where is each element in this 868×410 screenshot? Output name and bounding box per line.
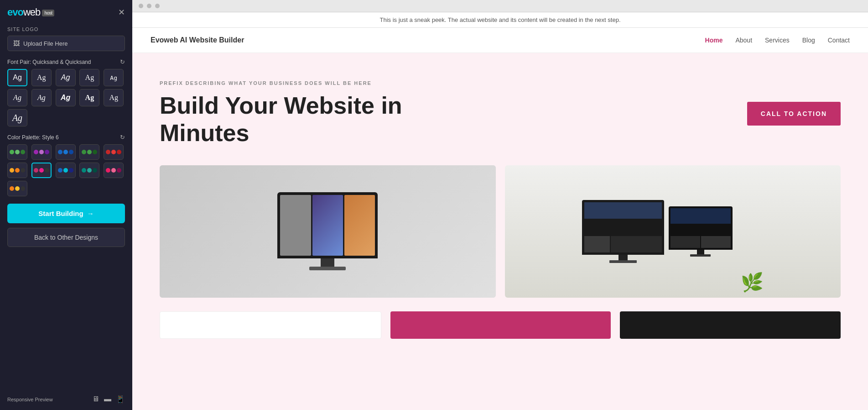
sidebar: evowebhost ✕ Site Logo 🖼 Upload File Her…	[0, 0, 132, 410]
palette-1[interactable]	[7, 144, 27, 160]
sneak-peek-text: This is just a sneak peek. The actual we…	[380, 16, 621, 23]
font-swatch-4[interactable]: Ag	[79, 69, 99, 86]
palette-6[interactable]	[7, 163, 27, 178]
sneak-peek-bar: This is just a sneak peek. The actual we…	[132, 12, 868, 28]
browser-dot-1	[139, 4, 143, 8]
refresh-font-icon[interactable]: ↻	[120, 58, 125, 65]
site-logo-label: Site Logo	[7, 26, 125, 32]
font-swatch-11[interactable]: Ag	[7, 109, 27, 126]
responsive-icons: 🖥 ▬ 📱	[92, 395, 125, 404]
logo: evowebhost	[7, 6, 54, 18]
website-preview: Evoweb AI Website Builder Home About Ser…	[132, 28, 868, 410]
browser-dot-2	[147, 4, 151, 8]
preview-nav-links: Home About Services Blog Contact	[705, 37, 850, 44]
preview-logo: Evoweb AI Website Builder	[151, 36, 244, 44]
nav-link-contact[interactable]: Contact	[828, 37, 850, 44]
responsive-preview-label: Responsive Preview	[7, 397, 53, 402]
desk-scene: 🌿	[505, 165, 841, 298]
font-swatch-5[interactable]: Ag	[104, 69, 124, 86]
palette-8[interactable]	[56, 163, 76, 178]
font-swatch-3[interactable]: Ag	[56, 69, 76, 86]
upload-area[interactable]: 🖼 Upload File Here	[7, 36, 125, 51]
font-swatch-7[interactable]: Ag	[31, 89, 52, 106]
palette-4[interactable]	[79, 144, 99, 160]
palette-7[interactable]	[31, 163, 52, 178]
font-swatch-6[interactable]: Ag	[7, 89, 27, 106]
palette-5[interactable]	[104, 144, 124, 160]
font-swatch-1[interactable]: Ag	[7, 69, 27, 86]
palette-11[interactable]	[7, 181, 27, 196]
bottom-box-white	[160, 311, 381, 339]
start-building-button[interactable]: Start Building →	[7, 204, 125, 223]
mobile-icon[interactable]: 📱	[116, 395, 125, 404]
logo-evo: evo	[7, 6, 23, 18]
palette-grid	[7, 144, 125, 196]
preview-image-2: 🌿	[505, 165, 841, 298]
font-pair-row: Font Pair: Quicksand & Quicksand ↻	[7, 58, 125, 65]
preview-images: 🌿	[132, 165, 868, 311]
main-preview: This is just a sneak peek. The actual we…	[132, 0, 868, 410]
bottom-box-pink	[390, 311, 611, 339]
responsive-preview-row: Responsive Preview 🖥 ▬ 📱	[7, 389, 125, 404]
nav-link-home[interactable]: Home	[705, 37, 723, 44]
font-swatches-grid: Ag Ag Ag Ag Ag Ag Ag Ag Ag Ag Ag	[7, 69, 125, 126]
browser-bar	[132, 0, 868, 12]
start-building-arrow: →	[87, 210, 94, 217]
palette-10[interactable]	[104, 163, 124, 178]
back-designs-button[interactable]: Back to Other Designs	[7, 228, 125, 247]
font-pair-label: Font Pair: Quicksand & Quicksand	[7, 59, 91, 65]
logo-badge: host	[42, 10, 54, 16]
refresh-palette-icon[interactable]: ↻	[120, 134, 125, 141]
hero-prefix: PREFIX DESCRIBING WHAT YOUR BUSINESS DOE…	[160, 80, 433, 86]
nav-link-about[interactable]: About	[735, 37, 752, 44]
palette-9[interactable]	[79, 163, 99, 178]
logo-web: web	[23, 6, 40, 18]
nav-link-blog[interactable]: Blog	[802, 37, 815, 44]
palette-3[interactable]	[56, 144, 76, 160]
nav-link-services[interactable]: Services	[765, 37, 790, 44]
font-swatch-2[interactable]: Ag	[31, 69, 52, 86]
palette-label: Color Palette: Style 6	[7, 134, 59, 141]
start-building-label: Start Building	[38, 210, 83, 217]
palette-2[interactable]	[31, 144, 52, 160]
desktop-icon[interactable]: 🖥	[92, 395, 99, 404]
upload-label: Upload File Here	[23, 40, 68, 47]
browser-dot-3	[155, 4, 160, 8]
bottom-box-dark	[620, 311, 841, 339]
palette-row: Color Palette: Style 6 ↻	[7, 134, 125, 141]
hero-title: Build Your Website in Minutes	[160, 92, 433, 147]
hero-left: PREFIX DESCRIBING WHAT YOUR BUSINESS DOE…	[160, 80, 433, 147]
preview-image-1	[160, 165, 496, 298]
close-button[interactable]: ✕	[118, 7, 125, 17]
preview-nav: Evoweb AI Website Builder Home About Ser…	[132, 28, 868, 53]
sidebar-header: evowebhost ✕	[7, 6, 125, 18]
preview-hero: PREFIX DESCRIBING WHAT YOUR BUSINESS DOE…	[132, 53, 868, 165]
monitor-mockup	[160, 165, 496, 298]
font-swatch-10[interactable]: Ag	[104, 89, 124, 106]
preview-bottom-row	[132, 311, 868, 339]
upload-icon: 🖼	[13, 40, 20, 47]
tablet-icon[interactable]: ▬	[104, 395, 111, 404]
hero-cta-button[interactable]: CALL TO ACTION	[747, 102, 841, 126]
font-swatch-8[interactable]: Ag	[56, 89, 76, 106]
font-swatch-9[interactable]: Ag	[79, 89, 99, 106]
